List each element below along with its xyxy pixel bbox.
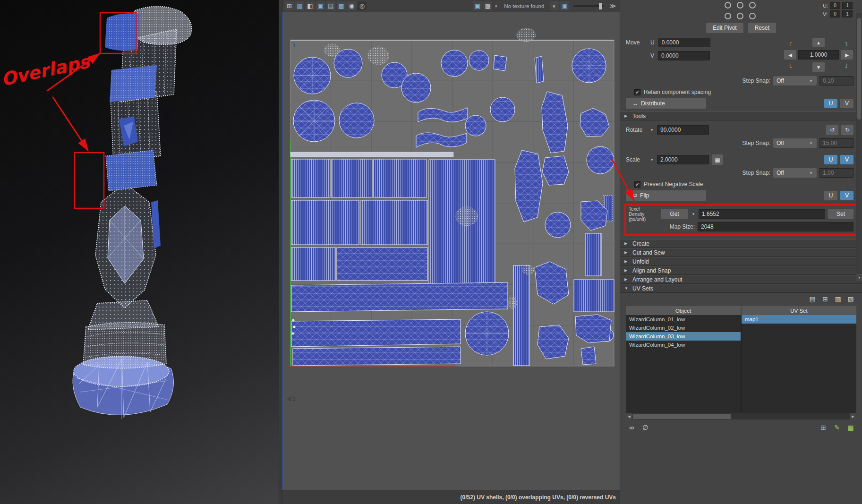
pivot-v-min-field[interactable]	[830, 10, 840, 17]
texture-image-icon[interactable]: ▣	[473, 1, 482, 10]
pivot-u-max-field[interactable]	[842, 2, 853, 9]
pivot-handle[interactable]	[725, 13, 731, 19]
pivot-handle[interactable]	[737, 13, 743, 19]
exposure-slider[interactable]	[573, 5, 604, 7]
section-align-and-snap[interactable]: ▶ Align and Snap	[620, 266, 862, 275]
dim-texture-icon[interactable]: ◧	[306, 1, 315, 10]
new-uv-set-icon[interactable]: ▤	[808, 294, 817, 304]
uv-toolkit-panel: U: V: Edit Pivot Reset Move U	[620, 0, 862, 504]
rotate-cw-button[interactable]: ↻	[841, 125, 853, 135]
uv-snapshot-icon[interactable]: ⊞	[819, 423, 828, 432]
texture-tile-icon[interactable]: ▣	[560, 1, 569, 10]
scale-options-caret[interactable]: ▾	[649, 157, 654, 162]
object-column-header[interactable]: Object	[626, 306, 741, 315]
prevent-negative-scale-checkbox[interactable]: ✓	[634, 181, 640, 188]
move-v-field[interactable]	[658, 51, 710, 60]
duplicate-uv-set-icon[interactable]: ▧	[846, 294, 855, 304]
nudge-step-field[interactable]	[798, 50, 839, 60]
rotate-ccw-button[interactable]: ↺	[826, 125, 838, 135]
unlink-icon[interactable]: ∅	[640, 423, 650, 432]
scroll-right-icon[interactable]: ▶	[850, 413, 856, 419]
pivot-handle[interactable]	[749, 13, 756, 19]
nudge-right-button[interactable]: ▶	[841, 50, 853, 60]
texel-set-button[interactable]: Set	[828, 209, 853, 219]
sphere-icon[interactable]: ◐	[550, 1, 559, 10]
object-row[interactable]: WizardColumn_01_low	[626, 315, 741, 324]
edit-pivot-button[interactable]: Edit Pivot	[706, 23, 743, 33]
pivot-v-max-field[interactable]	[842, 10, 853, 17]
checker-map-caret[interactable]: ▾	[494, 4, 498, 9]
nudge-down-button[interactable]: ▼	[812, 62, 825, 72]
section-unfold[interactable]: ▶ Unfold	[620, 257, 862, 266]
rotate-options-caret[interactable]: ▾	[649, 128, 654, 132]
wizard-column-model	[0, 0, 279, 504]
flip-u-button[interactable]: U	[824, 191, 837, 200]
scrollbar-thumb[interactable]	[633, 414, 731, 419]
object-row-selected[interactable]: WizardColumn_03_low	[626, 332, 741, 341]
scroll-left-icon[interactable]: ◀	[626, 413, 632, 419]
uv-set-column-header[interactable]: UV Set	[742, 306, 856, 315]
scale-step-size-field[interactable]	[819, 168, 853, 178]
move-step-size-field[interactable]	[819, 76, 853, 85]
pivot-handle[interactable]	[749, 2, 756, 9]
link-icon[interactable]: ∞	[627, 423, 636, 432]
toolkit-scrollbar-thumb[interactable]	[857, 18, 861, 120]
rotate-angle-field[interactable]	[657, 125, 709, 135]
texel-density-field[interactable]	[699, 209, 825, 219]
move-u-field[interactable]	[658, 38, 710, 47]
reset-pivot-button[interactable]: Reset	[748, 23, 776, 33]
uv-set-row-selected[interactable]: map1	[742, 315, 856, 324]
model-blue-band-upper	[110, 65, 157, 102]
exposure-slider-handle[interactable]	[599, 3, 602, 9]
scale-v-button[interactable]: V	[840, 155, 853, 164]
toolkit-scrollbar[interactable]: ▼	[856, 13, 862, 281]
panel-splitter[interactable]	[279, 0, 282, 504]
pivot-handle[interactable]	[737, 2, 743, 9]
scale-value-field[interactable]	[657, 155, 709, 164]
object-row[interactable]: WizardColumn_02_low	[626, 324, 741, 332]
rotate-step-size-field[interactable]	[819, 138, 853, 148]
uv-grid-green-icon[interactable]: ▦	[846, 423, 855, 432]
viewport-3d[interactable]	[0, 0, 279, 504]
nudge-up-button[interactable]: ▲	[812, 38, 825, 47]
section-cut-and-sew[interactable]: ▶ Cut and Sew	[620, 248, 862, 257]
scale-step-snap-dropdown[interactable]: Off ▾	[773, 168, 817, 178]
four-view-icon[interactable]: ⊞	[285, 1, 294, 10]
section-uv-sets[interactable]: ▼ UV Sets	[620, 284, 862, 293]
wireframe-mode-icon[interactable]: ◎	[358, 1, 367, 10]
checker-icon[interactable]: ▩	[337, 1, 346, 10]
pixel-grid-icon[interactable]: ▤	[326, 1, 335, 10]
nudge-left-button[interactable]: ◀	[784, 50, 796, 60]
retain-spacing-checkbox[interactable]: ✓	[634, 89, 640, 95]
collapse-icon: ▶	[624, 259, 629, 264]
uv-edit-icon[interactable]: ✎	[832, 423, 842, 432]
uv-shaded-icon[interactable]: ▦	[295, 1, 304, 10]
toolbar-expand-icon[interactable]: ≫	[608, 2, 617, 9]
section-create[interactable]: ▶ Create	[620, 239, 862, 248]
section-arrange-and-layout[interactable]: ▶ Arrange and Layout	[620, 275, 862, 284]
uv-canvas[interactable]: 1 -0.1 0.5	[282, 12, 620, 490]
copy-uv-set-icon[interactable]: ⊞	[820, 294, 830, 304]
uv-sets-hscrollbar[interactable]: ◀ ▶	[626, 413, 856, 419]
texel-caret[interactable]: ▾	[691, 212, 696, 216]
distribute-button[interactable]: ↔ Distribute	[626, 98, 706, 109]
object-row[interactable]: WizardColumn_04_low	[626, 341, 741, 349]
scale-checker-button[interactable]: ▦	[712, 154, 723, 165]
pivot-handle[interactable]	[725, 2, 731, 9]
flip-button[interactable]: ⇄ Flip	[626, 190, 706, 201]
paste-uv-set-icon[interactable]: ▥	[833, 294, 843, 304]
distribute-v-button[interactable]: V	[840, 99, 853, 108]
scroll-down-icon[interactable]: ▼	[856, 274, 862, 281]
shaded-mode-icon[interactable]: ◉	[347, 1, 356, 10]
distribute-u-button[interactable]: U	[824, 99, 837, 108]
rotate-step-snap-dropdown[interactable]: Off ▾	[773, 138, 817, 148]
checker-map-icon[interactable]: ▩	[483, 1, 492, 10]
pivot-u-min-field[interactable]	[830, 2, 840, 9]
scale-u-button[interactable]: U	[824, 155, 837, 164]
tools-section-header[interactable]: ▶ Tools	[620, 111, 862, 120]
flip-v-button[interactable]: V	[840, 191, 853, 200]
move-step-snap-dropdown[interactable]: Off ▾	[773, 76, 817, 85]
texel-get-button[interactable]: Get	[661, 209, 688, 219]
uv-border-icon[interactable]: ▣	[316, 1, 325, 10]
map-size-field[interactable]	[698, 222, 853, 231]
